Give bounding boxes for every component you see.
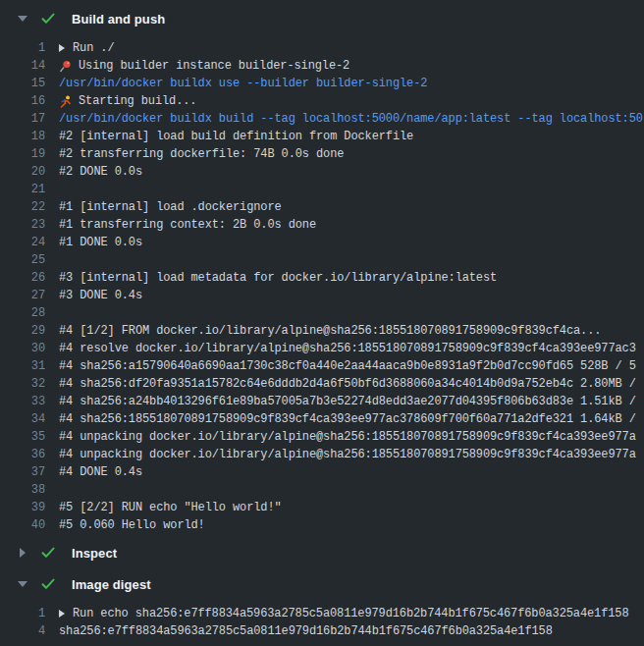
log-text: #1 [internal] load .dockerignore xyxy=(59,198,644,216)
log-line: 22#1 [internal] load .dockerignore xyxy=(0,198,644,216)
log-line: 19#2 transferring dockerfile: 74B 0.0s d… xyxy=(0,145,644,163)
log-text-content: Run ./ xyxy=(73,39,115,57)
log-text-content: #4 resolve docker.io/library/alpine@sha2… xyxy=(59,340,636,357)
log-line: 26#3 [internal] load metadata for docker… xyxy=(0,269,644,287)
log-text-content: #4 unpacking docker.io/library/alpine@sh… xyxy=(59,446,636,463)
success-check-icon xyxy=(41,13,55,25)
line-number[interactable]: 20 xyxy=(0,163,59,181)
log-text: #4 unpacking docker.io/library/alpine@sh… xyxy=(59,446,644,463)
chevron-down-icon[interactable] xyxy=(17,16,28,22)
log-text-content: #1 DONE 0.0s xyxy=(59,234,142,251)
log-text: #4 resolve docker.io/library/alpine@sha2… xyxy=(59,340,644,357)
line-number[interactable]: 32 xyxy=(0,375,59,393)
runner-icon xyxy=(59,95,73,108)
line-number[interactable]: 1 xyxy=(0,39,59,57)
chevron-down-icon[interactable] xyxy=(17,581,28,587)
log-line: 4sha256:e7ff8834a5963a2785c5a0811e979d16… xyxy=(0,622,644,640)
line-number[interactable]: 30 xyxy=(0,340,59,357)
log-text: #5 [2/2] RUN echo "Hello world!" xyxy=(59,499,644,516)
log-line: 35#4 unpacking docker.io/library/alpine@… xyxy=(0,428,644,446)
log-text: #4 sha256:a15790640a6690aa1730c38cf0a440… xyxy=(59,357,644,375)
log-line: 21 xyxy=(0,181,644,198)
line-number[interactable]: 36 xyxy=(0,446,59,463)
log-text-content: #2 [internal] load build definition from… xyxy=(59,128,413,145)
log-line: 25 xyxy=(0,251,644,269)
line-number[interactable]: 1 xyxy=(0,605,59,622)
line-number[interactable]: 16 xyxy=(0,92,59,110)
line-number[interactable]: 31 xyxy=(0,357,59,375)
line-number[interactable]: 19 xyxy=(0,145,59,163)
line-number[interactable]: 21 xyxy=(0,181,59,198)
log-text-content: Run echo sha256:e7ff8834a5963a2785c5a081… xyxy=(73,605,629,622)
line-number[interactable]: 39 xyxy=(0,499,59,516)
line-number[interactable]: 14 xyxy=(0,57,59,75)
log-line: 38 xyxy=(0,481,644,499)
log-text: Run ./ xyxy=(59,39,644,57)
log-text: #4 [1/2] FROM docker.io/library/alpine@s… xyxy=(59,322,644,340)
log-text-content: /usr/bin/docker buildx use --builder bui… xyxy=(59,75,427,92)
line-number[interactable]: 22 xyxy=(0,198,59,216)
line-number[interactable]: 23 xyxy=(0,216,59,234)
line-number[interactable]: 24 xyxy=(0,234,59,251)
log-text xyxy=(59,481,644,499)
log-text-content: #1 transferring context: 2B 0.0s done xyxy=(59,216,316,234)
log-text: #1 transferring context: 2B 0.0s done xyxy=(59,216,644,234)
log-line: 15/usr/bin/docker buildx use --builder b… xyxy=(0,75,644,92)
line-number[interactable]: 37 xyxy=(0,463,59,481)
chevron-right-icon[interactable] xyxy=(17,548,28,558)
log-text: #4 sha256:df20fa9351a15782c64e6dddb2d4a6… xyxy=(59,375,644,393)
section-header-image-digest[interactable]: Image digest xyxy=(0,571,644,597)
log-text xyxy=(59,181,644,198)
log-line: 24#1 DONE 0.0s xyxy=(0,234,644,251)
line-number[interactable]: 29 xyxy=(0,322,59,340)
section-build-and-push: Build and push1Run ./14Using builder ins… xyxy=(0,6,644,540)
line-number[interactable]: 33 xyxy=(0,393,59,410)
line-number[interactable]: 28 xyxy=(0,304,59,322)
log-line: 27#3 DONE 0.4s xyxy=(0,287,644,304)
line-number[interactable]: 26 xyxy=(0,269,59,287)
line-number[interactable]: 40 xyxy=(0,516,59,534)
section-header-build-and-push[interactable]: Build and push xyxy=(0,6,644,31)
line-number[interactable]: 4 xyxy=(0,622,59,640)
log-line: 37#4 DONE 0.4s xyxy=(0,463,644,481)
log-line: 36#4 unpacking docker.io/library/alpine@… xyxy=(0,446,644,463)
log-line: 20#2 DONE 0.0s xyxy=(0,163,644,181)
log-line: 28 xyxy=(0,304,644,322)
log-text-content: #2 DONE 0.0s xyxy=(59,163,142,181)
log-line: 33#4 sha256:a24bb4013296f61e89ba57005a7b… xyxy=(0,393,644,410)
log-line: 40#5 0.060 Hello world! xyxy=(0,516,644,534)
log-text-content: #5 [2/2] RUN echo "Hello world!" xyxy=(59,499,282,516)
line-number[interactable]: 17 xyxy=(0,110,59,128)
log-text-content: #4 sha256:a15790640a6690aa1730c38cf0a440… xyxy=(59,357,636,375)
line-number[interactable]: 27 xyxy=(0,287,59,304)
log-line: 23#1 transferring context: 2B 0.0s done xyxy=(0,216,644,234)
log-line: 30#4 resolve docker.io/library/alpine@sh… xyxy=(0,340,644,357)
log-line: 29#4 [1/2] FROM docker.io/library/alpine… xyxy=(0,322,644,340)
pushpin-icon xyxy=(59,60,73,73)
section-inspect: Inspect xyxy=(0,540,644,571)
line-number[interactable]: 35 xyxy=(0,428,59,446)
log-line: 14Using builder instance builder-single-… xyxy=(0,57,644,75)
log-text-content: #4 [1/2] FROM docker.io/library/alpine@s… xyxy=(59,322,601,340)
line-number[interactable]: 15 xyxy=(0,75,59,92)
log-line: 34#4 sha256:185518070891758909c9f839cf4c… xyxy=(0,410,644,428)
log-text: #4 unpacking docker.io/library/alpine@sh… xyxy=(59,428,644,446)
log-text: #4 DONE 0.4s xyxy=(59,463,644,481)
log-text: #3 [internal] load metadata for docker.i… xyxy=(59,269,644,287)
line-number[interactable]: 18 xyxy=(0,128,59,145)
log-text-content: #4 sha256:185518070891758909c9f839cf4ca3… xyxy=(59,410,636,428)
log-line: 1Run ./ xyxy=(0,39,644,57)
expand-group-arrow-icon[interactable] xyxy=(59,610,65,618)
section-header-inspect[interactable]: Inspect xyxy=(0,540,644,565)
log-text-content: Using builder instance builder-single-2 xyxy=(79,57,349,75)
line-number[interactable]: 34 xyxy=(0,410,59,428)
log-line: 1Run echo sha256:e7ff8834a5963a2785c5a08… xyxy=(0,605,644,622)
expand-group-arrow-icon[interactable] xyxy=(59,44,65,52)
log-text-content: #3 [internal] load metadata for docker.i… xyxy=(59,269,497,287)
line-number[interactable]: 25 xyxy=(0,251,59,269)
line-number[interactable]: 38 xyxy=(0,481,59,499)
log-text xyxy=(59,251,644,269)
log-text: #2 DONE 0.0s xyxy=(59,163,644,181)
log-text-content: #4 DONE 0.4s xyxy=(59,463,142,481)
log-lines-image-digest: 1Run echo sha256:e7ff8834a5963a2785c5a08… xyxy=(0,597,644,646)
